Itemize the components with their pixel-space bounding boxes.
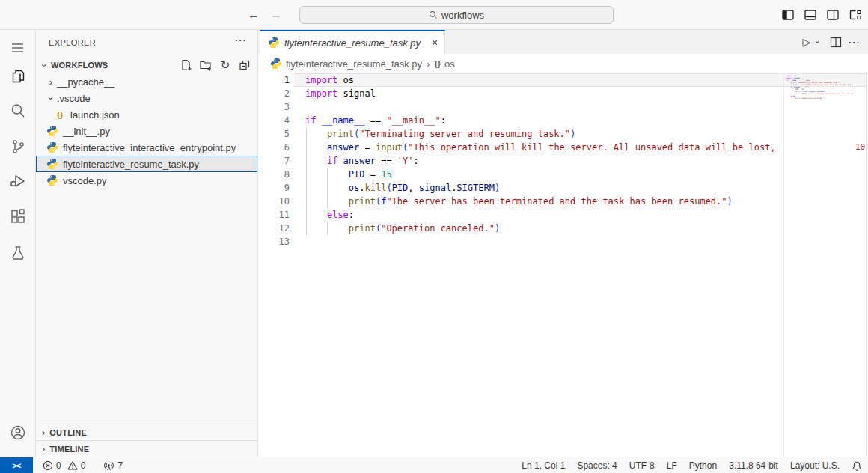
line-number-5[interactable]: 5	[258, 127, 290, 141]
ports-count: 7	[117, 460, 123, 471]
python-file-icon	[46, 141, 58, 153]
tab-flyteinteractive-resume-task[interactable]: flyteinteractive_resume_task.py ×	[260, 30, 445, 54]
language-mode[interactable]: Python	[689, 460, 717, 471]
toggle-secondary-sidebar-icon[interactable]	[826, 8, 840, 22]
indentation[interactable]: Spaces: 4	[577, 460, 617, 471]
breadcrumb-file[interactable]: flyteinteractive_resume_task.py	[286, 58, 422, 70]
status-bar: >< 0 0 7 Ln 1, Col 1 Spaces: 4 UTF-8 LF …	[0, 457, 868, 473]
code-line-10[interactable]: print(f"The server has been terminated a…	[305, 195, 783, 208]
code-line-5[interactable]: print("Terminating server and resuming t…	[305, 127, 783, 141]
search-icon	[429, 10, 438, 19]
line-number-2[interactable]: 2	[258, 87, 290, 100]
line-number-10[interactable]: 10	[258, 195, 290, 208]
code-line-13[interactable]	[305, 235, 783, 248]
remote-indicator[interactable]: ><	[0, 457, 33, 473]
indent-guide	[327, 195, 328, 208]
chevron-right-icon: ›	[42, 427, 45, 438]
menu-icon[interactable]	[0, 33, 35, 63]
activity-bar: ⚙	[0, 30, 36, 457]
code-line-2[interactable]: import signal	[305, 87, 783, 100]
tree-item-launch-json[interactable]: {}launch.json	[36, 106, 257, 123]
customize-layout-icon[interactable]	[849, 8, 862, 22]
indent-guide	[306, 154, 307, 168]
editor-more-actions-icon[interactable]: ⋯	[848, 35, 861, 49]
file-label: __init__.py	[63, 126, 110, 137]
line-number-11[interactable]: 11	[258, 208, 290, 222]
tree-item-flyteinteractive-interactive-entrypoint-py[interactable]: flyteinteractive_interactive_entrypoint.…	[36, 139, 257, 156]
indent-guide	[306, 222, 307, 235]
run-dropdown-icon[interactable]: ›	[813, 40, 822, 43]
radio-tower-icon	[103, 460, 114, 472]
tab-label: flyteinteractive_resume_task.py	[284, 37, 421, 49]
tree-item--init-py[interactable]: __init__.py	[36, 123, 257, 139]
command-center-search[interactable]: workflows	[299, 6, 614, 24]
warning-count: 0	[81, 460, 86, 471]
cursor-position[interactable]: Ln 1, Col 1	[522, 460, 565, 471]
code-line-9[interactable]: os.kill(PID, signal.SIGTERM)	[305, 181, 783, 195]
new-file-icon[interactable]	[180, 58, 193, 72]
python-file-icon	[46, 174, 58, 186]
python-interpreter[interactable]: 3.11.8 64-bit	[729, 460, 778, 471]
timeline-section-header[interactable]: › TIMELINE	[36, 440, 257, 457]
editor-content[interactable]: 12345678910111213 import osimport signal…	[258, 73, 868, 457]
line-number-6[interactable]: 6	[258, 141, 290, 154]
problems-status[interactable]: 0 0	[39, 457, 89, 473]
code-line-7[interactable]: if answer == 'Y':	[305, 154, 783, 168]
explorer-more-actions-icon[interactable]: ⋯	[234, 33, 247, 47]
code-line-4[interactable]: if __name__ == "__main__":	[305, 114, 783, 127]
file-label: vscode.py	[63, 175, 107, 186]
chevron-down-icon: ›	[46, 92, 57, 104]
explorer-icon[interactable]	[0, 61, 35, 91]
minimap-content: import osimport signalif __name__ == "__…	[786, 75, 853, 100]
account-icon[interactable]	[0, 418, 35, 448]
split-editor-icon[interactable]	[830, 37, 842, 48]
run-debug-icon[interactable]	[0, 166, 35, 196]
code-line-11[interactable]: else:	[305, 208, 783, 222]
line-number-1[interactable]: 1	[258, 73, 290, 87]
line-number-12[interactable]: 12	[258, 222, 290, 235]
source-control-icon[interactable]	[0, 132, 35, 162]
refresh-icon[interactable]: ↻	[218, 58, 232, 72]
outline-section-header[interactable]: › OUTLINE	[36, 424, 257, 440]
encoding[interactable]: UTF-8	[629, 460, 655, 471]
ports-status[interactable]: 7	[100, 457, 126, 473]
search-sidebar-icon[interactable]	[0, 96, 35, 126]
line-number-7[interactable]: 7	[258, 154, 290, 168]
line-number-4[interactable]: 4	[258, 114, 290, 127]
line-number-8[interactable]: 8	[258, 168, 290, 181]
new-folder-icon[interactable]	[199, 58, 213, 72]
code-line-8[interactable]: PID = 15	[305, 168, 783, 181]
breadcrumb-symbol[interactable]: os	[444, 58, 455, 70]
indent-guide	[306, 181, 307, 195]
close-tab-icon[interactable]: ×	[428, 37, 441, 49]
run-button[interactable]: ▷	[803, 36, 811, 48]
back-button[interactable]: ←	[245, 7, 262, 23]
code-line-12[interactable]: print("Operation canceled.")	[305, 222, 783, 235]
tree-item--pycache-[interactable]: ›__pycache__	[36, 73, 257, 90]
code-line-6[interactable]: answer = input("This operation will kill…	[305, 141, 783, 154]
line-number-3[interactable]: 3	[258, 100, 290, 114]
line-number-13[interactable]: 13	[258, 235, 290, 248]
line-number-9[interactable]: 9	[258, 181, 290, 195]
python-file-icon	[46, 158, 58, 170]
forward-button[interactable]: →	[268, 7, 284, 23]
extensions-icon[interactable]	[0, 202, 35, 232]
editor-right-edge	[866, 73, 867, 457]
tab-strip: flyteinteractive_resume_task.py × ▷ › ⋯	[258, 30, 868, 54]
indent-guide	[327, 181, 328, 195]
eol-sequence[interactable]: LF	[667, 460, 677, 471]
collapse-all-icon[interactable]	[238, 58, 251, 72]
line-number-gutter[interactable]: 12345678910111213	[258, 73, 290, 248]
keyboard-layout[interactable]: Layout: U.S.	[790, 460, 840, 471]
testing-beaker-icon[interactable]	[0, 238, 35, 268]
toggle-primary-sidebar-icon[interactable]	[781, 8, 795, 22]
code-line-3[interactable]	[305, 100, 783, 114]
chevron-down-icon: ›	[39, 60, 50, 70]
tree-item--vscode[interactable]: ›.vscode	[36, 90, 257, 106]
toggle-panel-icon[interactable]	[804, 8, 817, 22]
minimap[interactable]: import osimport signalif __name__ == "__…	[783, 73, 853, 457]
notifications-bell-icon[interactable]	[852, 460, 862, 472]
tree-item-vscode-py[interactable]: vscode.py	[36, 172, 257, 189]
code-line-1[interactable]: import os	[305, 73, 783, 87]
tree-item-flyteinteractive-resume-task-py[interactable]: flyteinteractive_resume_task.py	[36, 156, 257, 172]
